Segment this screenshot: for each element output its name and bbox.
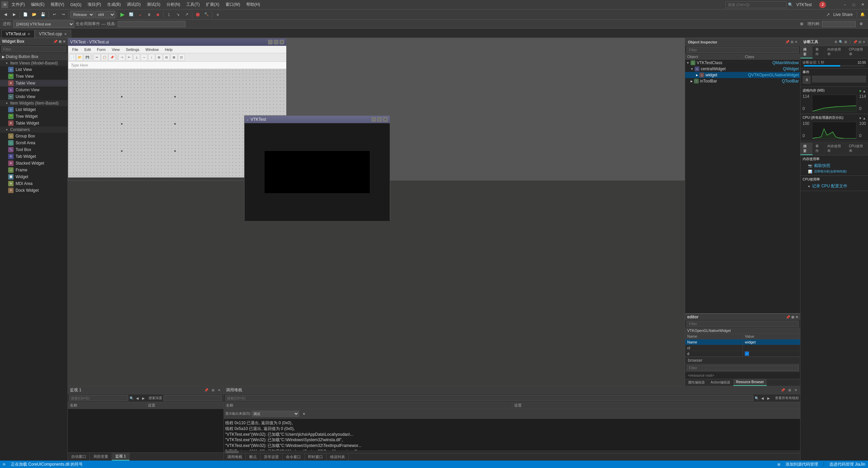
breakpoint-btn[interactable]: ⬤ [194, 11, 202, 19]
qt-menu-help[interactable]: Help [162, 47, 175, 52]
designer-maximize[interactable]: □ [274, 40, 278, 44]
qt-tb-open[interactable]: 📂 [76, 54, 83, 61]
btab-errors[interactable]: 错误列表 [327, 453, 349, 461]
diag-dtab-events[interactable]: 事件 [813, 143, 825, 155]
menu-file[interactable]: 文件(F) [9, 1, 27, 8]
qt-tb-new[interactable]: 📄 [69, 54, 76, 61]
menu-debug[interactable]: 调试(D) [124, 1, 143, 8]
forward-btn[interactable]: ▶ [10, 11, 18, 19]
qt-tb-layout-g[interactable]: ⊞ [156, 54, 162, 61]
tree-item-vtktestclass[interactable]: ▼ C VTKTestClass QMainWindow [685, 60, 800, 66]
diag-capture-icon[interactable]: ⊞ [844, 40, 847, 44]
ptab-prop-editor[interactable]: 属性编辑器 [685, 379, 708, 386]
qt-menu-edit[interactable]: Edit [82, 47, 94, 52]
output-source-select[interactable]: 调试 [252, 411, 299, 417]
widget-column-view[interactable]: ⫿ Column View [0, 87, 67, 93]
monitor-depth-input[interactable] [163, 395, 223, 401]
widget-group-box[interactable]: ▭ Group Box [0, 133, 67, 139]
widget-list-view[interactable]: ≡ List View [0, 66, 67, 73]
widget-table-widget[interactable]: ⊞ Table Widget [0, 120, 67, 127]
qt-tb-save[interactable]: 💾 [84, 54, 91, 61]
back-btn[interactable]: ◀ [1, 11, 9, 19]
btab-monitor1[interactable]: 监视 1 [112, 453, 130, 461]
vtk-maximize[interactable]: □ [377, 117, 382, 122]
pin-icon[interactable]: 📌 [53, 40, 57, 43]
prop-row-d[interactable]: d ✓ [685, 351, 800, 357]
qt-tb-copy[interactable]: 📋 [101, 54, 108, 61]
maximize-btn[interactable]: □ [850, 1, 858, 9]
widget-undo-view[interactable]: ↩ Undo View [0, 93, 67, 100]
qt-menu-view[interactable]: View [109, 47, 122, 52]
monitor-nav-fwd[interactable]: ▶ [141, 396, 146, 400]
arrow-intoolbar[interactable]: ▶ [691, 80, 693, 83]
monitor-close[interactable]: ✕ [217, 388, 221, 392]
obj-filter-input[interactable] [687, 47, 799, 53]
step-out-btn[interactable]: ↗ [182, 11, 191, 19]
format-btn[interactable]: ≡ [214, 11, 222, 19]
add-col-input[interactable] [822, 21, 856, 27]
line-input[interactable] [118, 21, 186, 27]
qt-tb-align-r[interactable]: ⊢ [126, 54, 133, 61]
widget-tab-widget[interactable]: ⊟ Tab Widget [0, 153, 67, 160]
mem-analyze-label[interactable]: 启用堆分析(会影响性能) [814, 169, 847, 174]
widget-tree-view[interactable]: 🌳 Tree View [0, 73, 67, 80]
qt-menu-form[interactable]: Form [94, 47, 109, 52]
minimize-btn[interactable]: − [841, 1, 849, 9]
diag-settings-icon[interactable]: ⚙ [834, 40, 837, 44]
menu-test[interactable]: 测试(S) [144, 1, 163, 8]
callstack-search-input[interactable] [225, 395, 753, 401]
handle-tr[interactable] [174, 96, 176, 97]
mem-snapshot-label[interactable]: 截取快照 [814, 163, 830, 169]
editor-pin[interactable]: 📌 [786, 315, 790, 319]
menu-build[interactable]: 生成(B) [104, 1, 123, 8]
expand-icon[interactable]: ⊞ [59, 40, 61, 43]
tab-vtktest-cpp[interactable]: VTKTest.cpp ✕ [35, 30, 71, 38]
stop-btn[interactable]: ⏹ [154, 11, 162, 19]
arrow-vtktestclass[interactable]: ▼ [687, 61, 689, 64]
arrow-centralwidget[interactable]: ▼ [691, 68, 693, 71]
widget-tree-widget[interactable]: 🌳 Tree Widget [0, 113, 67, 120]
view-all-threads[interactable]: 查看所有有线程 [775, 396, 799, 400]
qt-menu-window[interactable]: Window [143, 47, 161, 52]
mem-up-arrow[interactable]: ▲ [863, 89, 866, 93]
process-select[interactable]: [24016] VTKTest.exe [13, 20, 74, 28]
diag-close[interactable]: ✕ [863, 40, 865, 44]
menu-tools[interactable]: 工具(T) [184, 1, 202, 8]
widget-mdi-area[interactable]: ⊞ MDI Area [0, 180, 67, 187]
output-clear-btn[interactable]: ✕ [300, 410, 308, 418]
qt-tb-layout-v[interactable]: ↕ [148, 54, 155, 61]
designer-close[interactable]: ✕ [279, 40, 284, 44]
diag-dtab-cpu[interactable]: CPU使用率 [846, 143, 868, 155]
widget-widget[interactable]: ⬜ Widget [0, 173, 67, 180]
btab-callstack[interactable]: 调用堆栈 [224, 453, 246, 461]
widget-frame[interactable]: ▱ Frame [0, 167, 67, 173]
menu-edit[interactable]: 编辑(E) [28, 1, 47, 8]
run-btn[interactable]: ▶ [118, 11, 127, 19]
widget-stacked-widget[interactable]: ⊕ Stacked Widget [0, 160, 67, 167]
cpu-down-arrow[interactable]: ▼ [859, 116, 862, 120]
prop-d-checkbox[interactable]: ✓ [745, 352, 749, 356]
callstack-expand[interactable]: ⊞ [787, 388, 792, 392]
close-btn[interactable]: ✕ [859, 1, 867, 9]
diag-expand[interactable]: ⊟ [859, 40, 861, 44]
qt-tb-align-l[interactable]: ⊣ [118, 54, 125, 61]
monitor-nav-back[interactable]: ◀ [135, 396, 140, 400]
qt-tb-layout-f[interactable]: ⊟ [163, 54, 170, 61]
restart-btn[interactable]: 🔄 [127, 11, 135, 19]
callstack-nav-fwd[interactable]: ▶ [766, 396, 771, 400]
widget-filter-input[interactable] [1, 46, 66, 52]
tree-item-centralwidget[interactable]: ▼ W centralWidget QWidget [685, 66, 800, 72]
btab-command[interactable]: 命令窗口 [283, 453, 305, 461]
notification-btn[interactable]: 🔔 [859, 11, 867, 19]
diag-tab-events[interactable]: 事件 [813, 46, 825, 58]
editor-close[interactable]: ✕ [795, 315, 798, 319]
ptab-action-editor[interactable]: Action编辑器 [708, 379, 733, 386]
btab-immediate[interactable]: 即时窗口 [305, 453, 327, 461]
diag-search-icon[interactable]: 🔍 [839, 40, 843, 44]
category-dialog[interactable]: ▶ Dialog Button Box [0, 54, 67, 60]
events-pause-btn[interactable]: ⏸ [803, 76, 811, 84]
resource-filter-input[interactable] [687, 365, 799, 371]
handle-mr[interactable] [174, 123, 176, 125]
hscroll-thumb[interactable] [225, 451, 239, 453]
widget-scroll-area[interactable]: ↕ Scroll Area [0, 139, 67, 146]
